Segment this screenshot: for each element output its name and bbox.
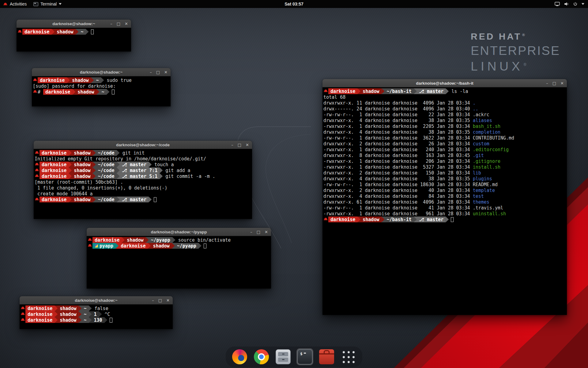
prompt-segment: darknoise	[119, 243, 148, 249]
prompt-segment: ~/bash-it	[384, 217, 413, 222]
powerline-separator-icon	[91, 77, 94, 83]
terminal-text: drwxrwxr-x. 4 darknoise darknoise 38 Jan…	[323, 117, 473, 123]
close-button[interactable]: ✕	[560, 81, 564, 85]
terminal-content[interactable]: darknoiseshadow~ sudo true[sudo] passwor…	[32, 76, 171, 106]
activities-label: Activities	[10, 2, 27, 6]
terminal-line: darknoiseshadow~	[17, 29, 131, 35]
maximize-button[interactable]: □	[156, 70, 160, 74]
terminal-content[interactable]: darknoiseshadow~/code git initInitialize…	[34, 149, 252, 219]
close-button[interactable]: ✕	[125, 22, 128, 26]
terminal-text: git init	[120, 150, 145, 156]
app-menu-terminal[interactable]: Terminal	[30, 0, 65, 8]
minimize-button[interactable]: –	[546, 81, 548, 85]
powerline-separator-icon	[145, 237, 149, 243]
dock-item-files[interactable]	[275, 348, 292, 365]
chevron-down-icon	[59, 3, 62, 5]
powerline-separator-icon	[92, 167, 96, 173]
window-titlebar[interactable]: darknoise@shadow:~–□✕	[32, 68, 171, 76]
prompt-segment: darknoise	[25, 317, 55, 323]
terminal-content[interactable]: darknoiseshadow~	[17, 28, 131, 52]
terminal-text: -rw-rw-r--. 1 darknoise darknoise 22 Jan…	[323, 112, 473, 117]
prompt-segment: 1	[92, 311, 99, 317]
prompt-segment: shadow	[125, 237, 145, 243]
dock-item-show-applications[interactable]	[340, 348, 357, 365]
window-title: darknoise@shadow:~	[52, 21, 95, 26]
terminal-line: -rwxrwxr-x. 1 darknoise darknoise 206 Ja…	[323, 158, 567, 164]
powerline-separator-icon	[99, 311, 102, 317]
redhat-icon	[35, 197, 40, 202]
powerline-separator-icon	[69, 197, 72, 202]
dock-item-firefox[interactable]	[231, 348, 248, 365]
close-button[interactable]: ✕	[246, 143, 249, 147]
window-title: darknoise@shadow:~/pyapp	[151, 230, 207, 234]
window-titlebar[interactable]: darknoise@shadow:~/pyapp–□✕	[87, 228, 271, 236]
maximize-button[interactable]: □	[552, 81, 556, 85]
clock[interactable]: Sat 03:57	[285, 2, 303, 6]
terminal-text: drwxrwxr-x. 4 darknoise darknoise 84 Jan…	[323, 193, 473, 199]
maximize-button[interactable]: □	[238, 143, 241, 147]
powerline-separator-icon	[92, 150, 96, 156]
file-name: lib	[473, 170, 481, 176]
dock-item-chrome[interactable]	[253, 348, 270, 365]
maximize-button[interactable]: □	[117, 22, 120, 26]
dock-item-toolbox[interactable]	[318, 348, 335, 365]
terminal-line: darknoiseshadow~ false	[21, 305, 173, 311]
terminal-line: 1 file changed, 0 insertions(+), 0 delet…	[35, 185, 252, 191]
window-titlebar[interactable]: darknoise@shadow:~/bash-it–□✕	[322, 79, 567, 87]
terminal-text: -rwxrwxr-x. 1 darknoise darknoise 206 Ja…	[323, 158, 473, 164]
terminal-text: [sudo] password for darknoise:	[33, 83, 119, 89]
close-button[interactable]: ✕	[265, 230, 268, 234]
powerline-separator-icon	[160, 173, 163, 179]
volume-icon	[564, 2, 569, 6]
terminal-content[interactable]: darknoiseshadow~/bash-it⎇ master ls -lat…	[322, 87, 567, 315]
redhat-icon	[33, 77, 38, 83]
minimize-button[interactable]: –	[150, 70, 152, 74]
terminal-content[interactable]: darknoiseshadow~ falsedarknoiseshadow~1 …	[20, 305, 173, 329]
powerline-separator-icon	[357, 217, 360, 222]
activities-button[interactable]: Activities	[0, 0, 30, 8]
maximize-button[interactable]: □	[257, 230, 260, 234]
powerline-separator-icon	[104, 317, 107, 323]
terminal-text: -rwxrwxr-x. 1 darknoise darknoise 240 Ja…	[323, 147, 473, 152]
prompt-segment: ~/bash-it	[384, 88, 413, 94]
terminal-text: drwxrwxr-x. 61 darknoise darknoise 4096 …	[323, 199, 473, 205]
window-controls: –□✕	[250, 228, 268, 236]
close-button[interactable]: ✕	[164, 70, 168, 74]
window-titlebar[interactable]: darknoise@shadow:~/code–□✕	[34, 141, 252, 149]
powerline-separator-icon	[72, 89, 75, 95]
maximize-button[interactable]: □	[158, 298, 162, 302]
prompt-segment: shadow	[151, 243, 172, 249]
file-name: CONTRIBUTING.md	[473, 135, 514, 141]
window-titlebar[interactable]: darknoise@shadow:~–□✕	[20, 296, 173, 305]
system-status-area[interactable]	[555, 2, 588, 6]
powerline-separator-icon	[55, 305, 58, 311]
distro-logo-icon	[3, 2, 8, 6]
minimize-button[interactable]: –	[231, 143, 233, 147]
powerline-separator-icon	[115, 243, 119, 249]
terminal-line: drwxrwxr-x. 2 darknoise darknoise 40 Jan…	[323, 187, 567, 193]
terminal-line: pyappdarknoiseshadow~/pyapp	[88, 243, 271, 249]
close-button[interactable]: ✕	[166, 298, 170, 302]
text-cursor	[91, 29, 94, 34]
minimize-button[interactable]: –	[110, 22, 112, 26]
prompt-segment: darknoise	[40, 162, 69, 167]
terminal-line: -rw-rw-r--. 1 darknoise darknoise 22 Jan…	[323, 112, 567, 117]
minimize-button[interactable]: –	[152, 298, 154, 302]
window-titlebar[interactable]: darknoise@shadow:~–□✕	[17, 20, 131, 28]
redhat-icon	[88, 237, 92, 243]
app-grid-icon	[341, 349, 356, 364]
prompt-segment: shadow	[72, 197, 92, 202]
prompt-segment: ~	[81, 311, 89, 317]
redhat-icon	[35, 162, 40, 167]
prompt-segment: ⎇ master ?:1	[120, 167, 160, 173]
terminal-line: darknoiseshadow~1 ^C	[21, 311, 173, 317]
powerline-separator-icon	[148, 243, 151, 249]
terminal-text: drwxrwxr-x. 4 darknoise darknoise 38 Jan…	[323, 129, 473, 135]
terminal-content[interactable]: darknoiseshadow~/pyapp source bin/activa…	[87, 236, 271, 289]
dock-item-terminal[interactable]	[296, 348, 313, 365]
prompt-segment: ~/code	[96, 162, 116, 167]
minimize-button[interactable]: –	[250, 230, 252, 234]
text-cursor	[154, 197, 156, 202]
prompt-segment: ~/code	[96, 197, 116, 202]
terminal-text: source bin/activate	[175, 237, 231, 243]
